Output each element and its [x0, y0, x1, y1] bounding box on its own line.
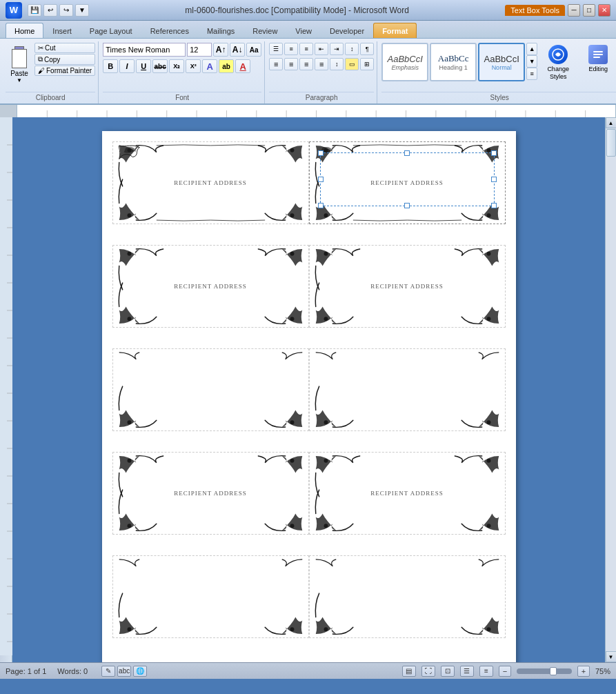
draft-btn[interactable]: ≡ — [479, 666, 493, 677]
bullets-btn[interactable]: ☰ — [269, 43, 283, 55]
spell-check-icon[interactable]: abc — [117, 666, 131, 677]
tab-mailings[interactable]: Mailings — [198, 23, 244, 38]
paste-icon — [10, 46, 29, 68]
scroll-down-arrow[interactable]: ▼ — [606, 651, 617, 662]
tab-review[interactable]: Review — [244, 23, 286, 38]
align-right-btn[interactable]: ≡ — [299, 58, 313, 70]
format-painter-btn[interactable]: 🖌 Format Painter — [34, 66, 95, 76]
align-left-btn[interactable]: ≡ — [269, 58, 283, 70]
multilevel-btn[interactable]: ≡ — [299, 43, 313, 55]
label-cell-2-1[interactable] — [309, 348, 506, 431]
styles-label: Styles — [381, 92, 616, 102]
zoom-level: 75% — [595, 667, 610, 675]
shading-btn[interactable]: ▭ — [345, 58, 359, 70]
underline-btn[interactable]: U — [136, 59, 151, 73]
cut-btn[interactable]: ✂ Cut — [34, 43, 95, 53]
track-changes-icon[interactable]: ✎ — [101, 666, 115, 677]
justify-btn[interactable]: ≡ — [315, 58, 328, 70]
tab-view[interactable]: View — [286, 23, 321, 38]
minimize-btn[interactable]: ─ — [568, 4, 580, 17]
styles-scroll-down[interactable]: ▼ — [526, 55, 537, 68]
style-heading1[interactable]: AaBbCc Heading 1 — [430, 43, 477, 81]
grow-font-btn[interactable]: A↑ — [213, 43, 228, 57]
redo-quick-btn[interactable]: ↪ — [59, 4, 73, 17]
editing-btn[interactable]: Editing — [579, 43, 616, 75]
label-cell-0-0[interactable]: RECIPIENT ADDRESS — [112, 141, 309, 224]
sort-btn[interactable]: ↕ — [345, 43, 359, 55]
tab-format[interactable]: Format — [373, 23, 417, 38]
shrink-font-btn[interactable]: A↓ — [230, 43, 245, 57]
increase-indent-btn[interactable]: ⇥ — [330, 43, 344, 55]
line-spacing-btn[interactable]: ↕ — [330, 58, 344, 70]
label-cell-3-0[interactable]: RECIPIENT ADDRESS — [112, 452, 309, 535]
styles-scroll-up[interactable]: ▲ — [526, 43, 537, 55]
label-cell-2-0[interactable] — [112, 348, 309, 431]
zoom-out-btn[interactable]: − — [499, 666, 511, 677]
style-emphasis[interactable]: AaBbCcI Emphasis — [381, 43, 428, 81]
label-cell-0-1[interactable]: RECIPIENT ADDRESS — [309, 141, 506, 224]
copy-btn[interactable]: ⧉ Copy — [34, 54, 95, 65]
decrease-indent-btn[interactable]: ⇤ — [315, 43, 328, 55]
document-area[interactable]: RECIPIENT ADDRESS — [12, 117, 605, 662]
svg-point-62 — [324, 420, 328, 424]
zoom-thumb[interactable] — [550, 667, 557, 675]
close-btn[interactable]: ✕ — [598, 4, 610, 17]
tab-insert[interactable]: Insert — [43, 23, 81, 38]
style-normal[interactable]: AaBbCcI Normal — [478, 43, 525, 81]
emphasis-preview: AaBbCcI — [387, 54, 422, 64]
normal-label: Normal — [492, 64, 512, 71]
font-color-btn[interactable]: A — [235, 59, 250, 73]
borders-btn[interactable]: ⊞ — [360, 58, 374, 70]
web-layout-btn[interactable]: ⊡ — [441, 666, 455, 677]
label-cell-1-0[interactable]: RECIPIENT ADDRESS — [112, 245, 309, 328]
label-cell-1-1[interactable]: RECIPIENT ADDRESS — [309, 245, 506, 328]
strikethrough-btn[interactable]: abc — [152, 59, 168, 73]
show-formatting-btn[interactable]: ¶ — [360, 43, 374, 55]
label-cell-4-1[interactable] — [309, 555, 506, 638]
svg-point-59 — [486, 317, 490, 321]
scroll-up-arrow[interactable]: ▲ — [606, 117, 617, 128]
language-icon[interactable]: 🌐 — [133, 666, 147, 677]
print-layout-btn[interactable]: ▤ — [402, 666, 416, 677]
paste-btn[interactable]: Paste ▼ — [6, 43, 33, 87]
superscript-btn[interactable]: X² — [186, 59, 201, 73]
tab-developer[interactable]: Developer — [321, 23, 373, 38]
zoom-in-btn[interactable]: + — [577, 666, 590, 677]
styles-expand[interactable]: ≡ — [526, 68, 537, 80]
subscript-btn[interactable]: X₂ — [169, 59, 184, 73]
numbering-btn[interactable]: ≡ — [284, 43, 298, 55]
scroll-track[interactable] — [606, 128, 616, 651]
italic-btn[interactable]: I — [119, 59, 135, 73]
status-bar: Page: 1 of 1 Words: 0 ✎ abc 🌐 ▤ ⛶ ⊡ ☰ ≡ … — [0, 662, 616, 679]
undo-quick-btn[interactable]: ↩ — [43, 4, 57, 17]
change-styles-btn[interactable]: ChangeStyles — [539, 43, 577, 83]
tab-page-layout[interactable]: Page Layout — [81, 23, 141, 38]
label-cell-4-0[interactable] — [112, 555, 309, 638]
label-cell-3-1[interactable]: RECIPIENT ADDRESS — [309, 452, 506, 535]
align-center-btn[interactable]: ≡ — [284, 58, 298, 70]
text-effects-btn[interactable]: A — [202, 59, 217, 73]
font-name-selector[interactable] — [103, 43, 186, 57]
paragraph-group: ☰ ≡ ≡ ⇤ ⇥ ↕ ¶ ≡ ≡ ≡ ≡ ↕ ▭ ⊞ Paragraph — [266, 41, 377, 103]
scroll-thumb[interactable] — [606, 129, 616, 157]
customize-quick-btn[interactable]: ▼ — [75, 4, 89, 17]
flourish-4-1 — [310, 556, 505, 637]
clipboard-small-btns: ✂ Cut ⧉ Copy 🖌 Format Painter — [34, 43, 95, 76]
tab-home[interactable]: Home — [6, 23, 43, 38]
tab-references[interactable]: References — [141, 23, 198, 38]
words-status: Words: 0 — [57, 667, 88, 675]
bold-btn[interactable]: B — [103, 59, 118, 73]
clear-format-btn[interactable]: Aa — [246, 43, 261, 57]
window-controls[interactable]: ─ □ ✕ — [568, 4, 610, 17]
save-quick-btn[interactable]: 💾 — [28, 4, 41, 17]
vertical-scrollbar[interactable]: ▲ ▼ — [605, 117, 616, 662]
svg-point-60 — [127, 420, 131, 424]
full-screen-btn[interactable]: ⛶ — [421, 666, 435, 677]
styles-group: AaBbCcI Emphasis AaBbCc Heading 1 AaBbCc… — [379, 41, 616, 103]
highlight-btn[interactable]: ab — [219, 59, 234, 73]
zoom-bar[interactable] — [517, 668, 572, 674]
font-size-selector[interactable] — [187, 43, 212, 57]
restore-btn[interactable]: □ — [583, 4, 595, 17]
font-label: Font — [103, 92, 261, 102]
outline-btn[interactable]: ☰ — [460, 666, 474, 677]
